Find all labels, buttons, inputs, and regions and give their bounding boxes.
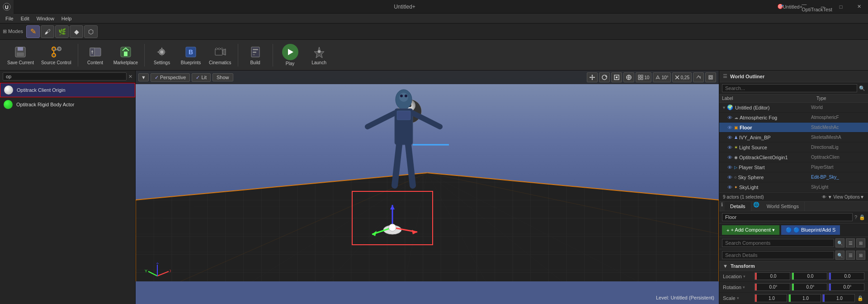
location-chevron: ▾: [743, 274, 745, 279]
world-item-name-1: Atmospheric Fog: [740, 115, 811, 120]
close-button[interactable]: ✕: [850, 0, 868, 14]
menu-help[interactable]: Help: [58, 14, 75, 24]
world-item-name-2: Floor: [740, 125, 811, 130]
left-panel-item-2[interactable]: Optitrack Rigid Body Actor: [0, 97, 135, 112]
lit-label: Lit: [201, 75, 207, 80]
left-panel-item-1[interactable]: Optitrack Client Origin: [0, 83, 135, 97]
location-text: Location: [723, 274, 742, 279]
scale-y-group: 1.0: [788, 294, 821, 302]
details-grid-icon[interactable]: ⊞: [856, 251, 865, 260]
toolbar-build[interactable]: Build: [242, 42, 269, 69]
mode-btn-geometry[interactable]: [70, 25, 83, 38]
add-component-btn[interactable]: + + Add Component ▾: [722, 225, 779, 235]
outliner-search-input[interactable]: [722, 84, 857, 92]
rotation-x-input[interactable]: 0.0°: [757, 284, 790, 290]
fog-icon: ☁: [734, 115, 738, 120]
mode-btn-mesh[interactable]: [84, 25, 98, 38]
world-item-skylight[interactable]: 👁 ✦ SkyLight SkyLight: [719, 182, 868, 192]
view-options-btn[interactable]: 👁 ▼ View Options▼: [822, 195, 864, 200]
scale-tool[interactable]: [611, 72, 622, 82]
location-y-input[interactable]: 0.0: [794, 273, 827, 280]
world-item-playerstart[interactable]: 👁 ▷ Player Start PlayerStart: [719, 162, 868, 172]
world-item-name-4: Light Source: [739, 145, 811, 150]
mode-btn-paint[interactable]: [41, 25, 54, 38]
maximize-viewport-btn[interactable]: [705, 72, 716, 82]
blueprint-btn[interactable]: 🔵 🔵 Blueprint/Add S: [781, 225, 840, 235]
list-view-icon[interactable]: ☰: [846, 238, 855, 247]
angle-snap-btn[interactable]: 10°: [653, 72, 670, 82]
details-list-icon[interactable]: ☰: [846, 251, 855, 260]
toolbar-launch[interactable]: Launch: [306, 42, 333, 69]
world-item-floor[interactable]: 👁 ▣ Floor StaticMeshAc: [719, 123, 868, 133]
menu-file[interactable]: File: [2, 14, 17, 24]
scale-z-input[interactable]: 1.0: [825, 295, 854, 302]
rotate-tool[interactable]: [599, 72, 610, 82]
viewport[interactable]: ▼ ✓ Perspective ✓ Lit Show: [136, 71, 719, 304]
tab-details[interactable]: Details: [725, 202, 751, 211]
world-item-optitrack[interactable]: 👁 ◉ OptitrackClientOrigin1 OptitrackClie…: [719, 152, 868, 162]
toolbar-blueprints[interactable]: B Blueprints: [177, 42, 204, 69]
world-local-tool[interactable]: [623, 72, 634, 82]
perspective-btn[interactable]: ✓ Perspective: [151, 73, 190, 82]
scale-snap-btn[interactable]: 0,25: [672, 72, 692, 82]
rotation-z-input[interactable]: 0.0°: [831, 284, 864, 290]
world-item-type-8: SkyLight: [811, 185, 865, 190]
toolbar-cinematics[interactable]: Cinematics: [206, 42, 234, 69]
world-item-skysphere[interactable]: 👁 ○ Sky Sphere Edit-BP_Sky_: [719, 172, 868, 182]
svg-point-24: [221, 48, 223, 50]
scale-y-input[interactable]: 1.0: [791, 295, 821, 302]
lock-scale-btn[interactable]: 🔒: [856, 294, 864, 302]
transform-header[interactable]: ▼ Transform: [719, 261, 868, 271]
main-toolbar: Save Current Source Control Content: [0, 40, 868, 71]
scale-x-input[interactable]: 1.0: [757, 295, 787, 302]
visibility-icon-4: 👁: [727, 145, 732, 150]
world-item-ivy[interactable]: 👁 ♟ IVY_Anim_BP SkeletalMeshA: [719, 133, 868, 142]
toolbar-save[interactable]: Save Current: [5, 42, 37, 69]
mode-btn-place[interactable]: [26, 25, 40, 38]
svg-marker-87: [412, 230, 417, 234]
rotation-y-input[interactable]: 0.0°: [794, 284, 827, 290]
viewport-dropdown-btn[interactable]: ▼: [138, 73, 149, 81]
selected-name-input[interactable]: [722, 213, 853, 221]
item-name-1: Optitrack Client Origin: [17, 87, 66, 93]
visibility-icon-5: 👁: [727, 155, 732, 160]
lit-btn[interactable]: ✓ Lit: [192, 73, 211, 82]
blueprints-label: Blueprints: [181, 60, 201, 65]
search-comp-icon[interactable]: 🔍: [835, 238, 844, 247]
snap-grid-btn[interactable]: 10: [636, 72, 651, 82]
snap-grid-value: 10: [644, 75, 649, 80]
translate-tool[interactable]: [587, 72, 598, 82]
maximize-button[interactable]: □: [832, 0, 850, 14]
toolbar-content[interactable]: Content: [82, 42, 109, 69]
search-close-icon[interactable]: ✕: [128, 74, 132, 80]
toolbar-marketplace[interactable]: Marketplace: [111, 42, 141, 69]
svg-line-75: [408, 145, 413, 185]
add-component-label: + Add Component ▾: [731, 227, 774, 233]
show-btn[interactable]: Show: [212, 73, 233, 81]
location-x-input[interactable]: 0.0: [757, 273, 790, 280]
camera-speed-btn[interactable]: [693, 72, 704, 82]
search-components-input[interactable]: [722, 239, 834, 247]
mode-btn-foliage[interactable]: [55, 25, 69, 38]
toolbar-play[interactable]: Play: [277, 42, 304, 69]
cinematics-label: Cinematics: [209, 60, 231, 65]
world-item-untitled[interactable]: ▼ 🌍 Untitled (Editor) World: [719, 103, 868, 113]
actors-count: 9 actors (1 selected): [723, 195, 764, 200]
geometry-icon: [74, 28, 79, 35]
minimize-button[interactable]: ─: [814, 0, 832, 14]
toolbar-source-control[interactable]: Source Control: [38, 42, 74, 69]
content-label: Content: [87, 60, 103, 65]
location-z-input[interactable]: 0.0: [831, 273, 864, 280]
world-item-fog[interactable]: 👁 ☁ Atmospheric Fog AtmosphericF: [719, 113, 868, 123]
search-input[interactable]: [3, 72, 127, 81]
search-details-icon[interactable]: 🔍: [835, 251, 844, 260]
component-actions: + + Add Component ▾ 🔵 🔵 Blueprint/Add S: [719, 223, 868, 237]
grid-view-icon[interactable]: ⊞: [856, 238, 865, 247]
toolbar-settings[interactable]: Settings: [148, 42, 175, 69]
tab-world-settings[interactable]: World Settings: [761, 202, 805, 211]
world-item-light[interactable]: 👁 ☀ Light Source DirectionalLig: [719, 142, 868, 152]
menu-window[interactable]: Window: [33, 14, 58, 24]
menu-edit[interactable]: Edit: [17, 14, 33, 24]
svg-marker-29: [288, 49, 293, 55]
search-details-input[interactable]: [722, 251, 834, 259]
